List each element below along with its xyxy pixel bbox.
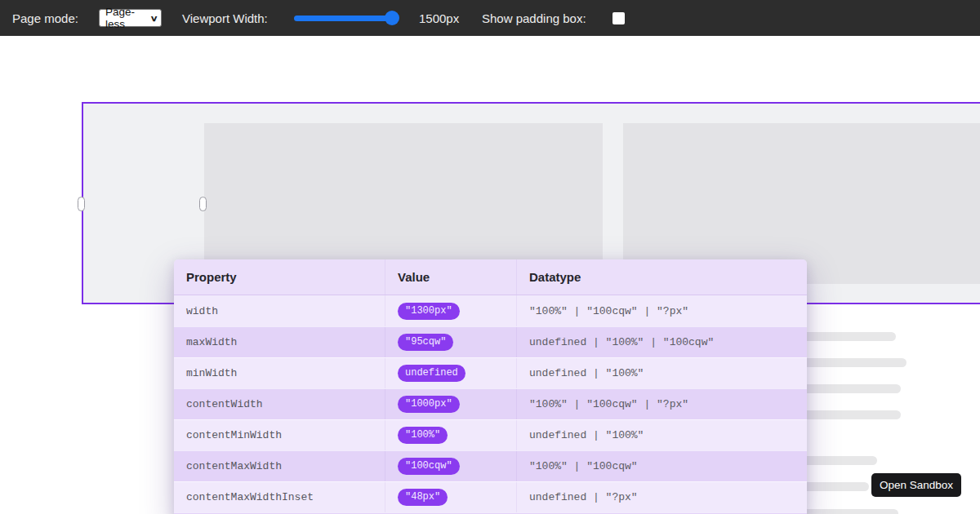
table-row: contentMaxWidth "100cqw" "100%" | "100cq… <box>174 450 807 481</box>
show-padding-box-checkbox[interactable] <box>612 12 625 24</box>
viewport-width-label: Viewport Width: <box>182 0 268 36</box>
value-badge: "48px" <box>398 489 448 506</box>
table-row: contentMinWidth "100%" undefined | "100%… <box>174 419 807 450</box>
toolbar: Page mode: Page-less ∨ Viewport Width: 1… <box>0 0 980 36</box>
datatype-text: undefined | "100%" | "100cqw" <box>516 327 807 357</box>
datatype-text: undefined | "100%" <box>516 420 807 450</box>
property-name: width <box>174 295 385 326</box>
property-name: maxWidth <box>174 327 385 357</box>
props-table: Property Value Datatype width "1300px" "… <box>174 259 807 514</box>
column-header-property: Property <box>174 259 385 295</box>
value-badge: "100cqw" <box>398 458 460 475</box>
property-name: contentMaxWidthInset <box>174 482 385 512</box>
table-row: maxWidth "95cqw" undefined | "100%" | "1… <box>174 326 807 357</box>
props-table-header: Property Value Datatype <box>174 259 807 295</box>
table-row: width "1300px" "100%" | "100cqw" | "?px" <box>174 295 807 326</box>
value-badge: undefined <box>398 365 466 382</box>
chevron-down-icon: ∨ <box>149 14 158 23</box>
property-name: contentMaxWidth <box>174 451 385 481</box>
resize-handle-frame[interactable] <box>78 197 85 211</box>
page-mode-label: Page mode: <box>12 0 78 36</box>
value-badge: "1000px" <box>398 396 460 413</box>
table-row: contentMaxWidthInset "48px" undefined | … <box>174 481 807 512</box>
viewport-width-slider-thumb[interactable] <box>385 11 399 25</box>
datatype-text: undefined | "?px" <box>516 482 807 512</box>
datatype-text: undefined | "100%" <box>516 358 807 388</box>
show-padding-box-label: Show padding box: <box>482 0 586 36</box>
table-row: contentWidth "1000px" "100%" | "100cqw" … <box>174 388 807 419</box>
column-header-datatype: Datatype <box>516 259 807 295</box>
resize-handle-content[interactable] <box>199 197 207 211</box>
value-badge: "1300px" <box>398 303 460 320</box>
page-mode-select-value: Page-less <box>105 6 148 30</box>
column-header-value: Value <box>385 259 516 295</box>
datatype-text: "100%" | "100cqw" | "?px" <box>516 389 807 419</box>
viewport-width-value: 1500px <box>419 0 459 36</box>
page-mode-select[interactable]: Page-less ∨ <box>99 9 162 27</box>
datatype-text: "100%" | "100cqw" | "?px" <box>516 295 807 326</box>
datatype-text: "100%" | "100cqw" <box>516 451 807 481</box>
viewport-width-slider[interactable] <box>294 16 399 21</box>
open-sandbox-button[interactable]: Open Sandbox <box>871 473 961 497</box>
property-name: contentMinWidth <box>174 420 385 450</box>
value-badge: "95cqw" <box>398 334 453 351</box>
value-badge: "100%" <box>398 427 448 444</box>
property-name: minWidth <box>174 358 385 388</box>
property-name: contentWidth <box>174 389 385 419</box>
table-row: minWidth undefined undefined | "100%" <box>174 357 807 388</box>
